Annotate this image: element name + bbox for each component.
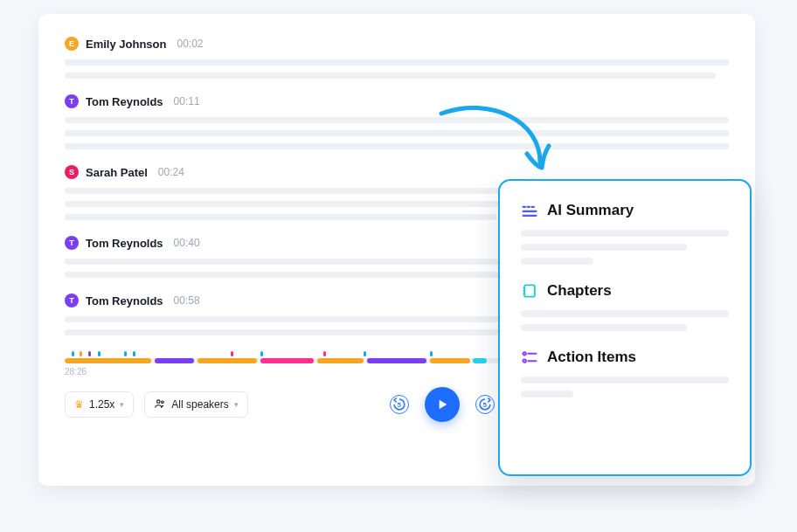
text-placeholder [65,130,729,136]
avatar: T [65,94,79,108]
forward-button[interactable]: 5 [475,395,495,414]
avatar: E [65,37,79,51]
people-icon [154,397,166,412]
svg-point-1 [162,400,164,403]
avatar: T [65,236,79,250]
playback-speed-selector[interactable]: ♛ 1.25x ▾ [65,391,134,418]
text-placeholder [521,377,729,383]
summary-icon [521,202,538,219]
svg-point-12 [523,352,526,355]
speaker-filter-label: All speakers [171,398,228,411]
speaker-header: T Tom Reynolds 00:11 [65,94,729,108]
text-placeholder [65,117,729,123]
text-placeholder [65,73,716,79]
timestamp[interactable]: 00:40 [174,237,200,249]
action-items-icon [521,349,538,366]
summary-card: AI Summary Chapters Action Items [498,179,752,476]
speaker-name: Tom Reynolds [86,294,163,307]
text-placeholder [65,214,496,220]
svg-rect-8 [524,285,535,296]
chapters-icon [521,282,538,300]
text-placeholder [521,310,729,317]
section-title: AI Summary [547,202,634,219]
chevron-down-icon: ▾ [234,400,239,409]
rewind-seconds: 5 [398,401,401,409]
play-button[interactable] [425,387,460,422]
text-placeholder [521,244,687,251]
summary-section-action-items: Action Items [521,349,729,397]
speaker-name: Sarah Patel [86,166,148,179]
summary-section-chapters: Chapters [521,282,729,331]
text-placeholder [65,143,729,149]
forward-seconds: 5 [483,401,487,409]
timestamp[interactable]: 00:02 [177,38,203,50]
chevron-down-icon: ▾ [120,400,124,409]
svg-point-14 [523,360,526,363]
summary-section-ai-summary: AI Summary [521,202,729,265]
speaker-header: E Emily Johnson 00:02 [65,37,729,51]
speaker-name: Tom Reynolds [86,237,163,250]
text-placeholder [521,258,593,265]
section-title: Action Items [547,349,636,366]
text-placeholder [521,230,729,237]
svg-marker-2 [439,400,447,410]
avatar: T [65,294,79,307]
speaker-filter-selector[interactable]: All speakers ▾ [144,391,247,418]
timestamp[interactable]: 00:11 [174,95,200,107]
svg-point-0 [157,399,161,403]
speaker-block: E Emily Johnson 00:02 [65,37,729,79]
speaker-header: S Sarah Patel 00:24 [65,165,729,179]
crown-icon: ♛ [74,398,84,411]
text-placeholder [521,324,687,331]
text-placeholder [521,390,573,397]
timestamp[interactable]: 00:58 [174,294,200,307]
text-placeholder [65,59,729,66]
section-title: Chapters [547,282,612,300]
speaker-block: T Tom Reynolds 00:11 [65,94,729,149]
avatar: S [65,165,79,179]
speaker-name: Emily Johnson [86,38,166,51]
speaker-name: Tom Reynolds [86,95,163,108]
timestamp[interactable]: 00:24 [158,166,184,178]
rewind-button[interactable]: 5 [390,395,409,414]
playback-speed-label: 1.25x [89,398,114,411]
